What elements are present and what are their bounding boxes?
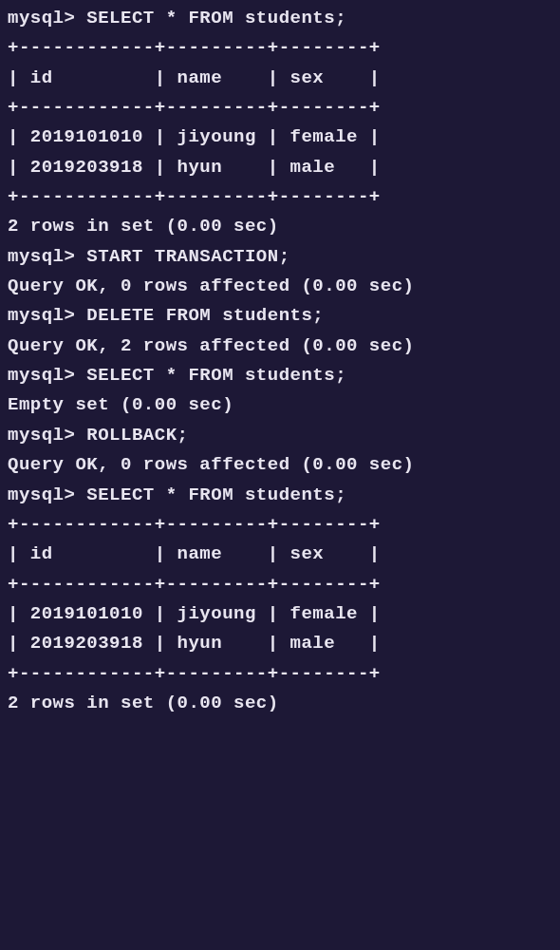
terminal-line: mysql> SELECT * FROM students; — [8, 361, 552, 390]
terminal-line: | 2019203918 | hyun | male | — [8, 153, 552, 182]
terminal-line: | id | name | sex | — [8, 540, 552, 569]
terminal-line: Query OK, 2 rows affected (0.00 sec) — [8, 332, 552, 361]
terminal-line: 2 rows in set (0.00 sec) — [8, 689, 552, 718]
terminal-line: +------------+---------+--------+ — [8, 182, 552, 212]
terminal-line: mysql> ROLLBACK; — [8, 421, 552, 450]
terminal-line: mysql> START TRANSACTION; — [8, 242, 552, 272]
terminal-line: +------------+---------+--------+ — [8, 570, 552, 599]
terminal-line: | 2019101010 | jiyoung | female | — [8, 599, 552, 629]
terminal-output: mysql> SELECT * FROM students;+---------… — [8, 4, 552, 718]
terminal-line: mysql> SELECT * FROM students; — [8, 481, 552, 510]
terminal-line: | id | name | sex | — [8, 64, 552, 93]
terminal-line: 2 rows in set (0.00 sec) — [8, 212, 552, 241]
terminal-line: Query OK, 0 rows affected (0.00 sec) — [8, 450, 552, 480]
terminal-line: +------------+---------+--------+ — [8, 93, 552, 123]
terminal-line: +------------+---------+--------+ — [8, 659, 552, 689]
terminal-line: | 2019203918 | hyun | male | — [8, 629, 552, 658]
terminal-line: Query OK, 0 rows affected (0.00 sec) — [8, 272, 552, 301]
terminal-line: +------------+---------+--------+ — [8, 510, 552, 540]
terminal-line: mysql> SELECT * FROM students; — [8, 4, 552, 33]
terminal-line: Empty set (0.00 sec) — [8, 390, 552, 420]
terminal-line: +------------+---------+--------+ — [8, 33, 552, 63]
terminal-line: mysql> DELETE FROM students; — [8, 301, 552, 331]
terminal-line: | 2019101010 | jiyoung | female | — [8, 123, 552, 152]
